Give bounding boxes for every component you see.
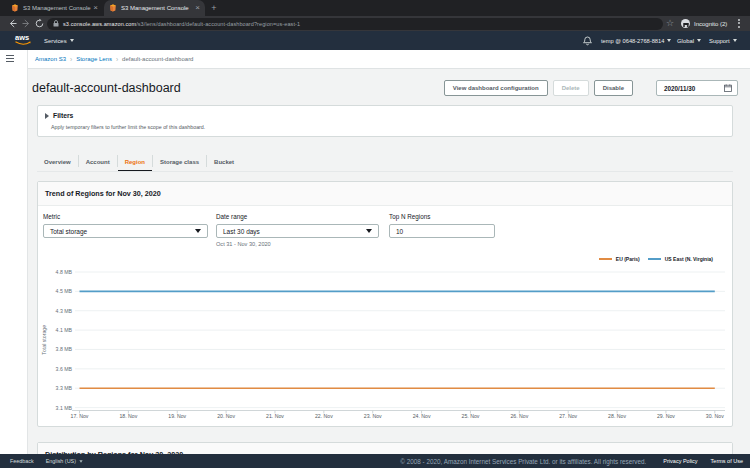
caret-down-icon [195, 229, 201, 233]
legend-item-eu-paris: EU (Paris) [599, 256, 640, 262]
browser-toolbar: s3.console.aws.amazon.com/s3/lens/dashbo… [0, 16, 750, 31]
services-menu[interactable]: Services [44, 31, 74, 50]
breadcrumb-current: default-account-dashboard [122, 56, 193, 62]
footer-right: © 2008 - 2020, Amazon Internet Services … [400, 458, 750, 465]
date-picker[interactable]: 2020/11/30 [656, 80, 738, 96]
tab-storage-class[interactable]: Storage class [153, 151, 206, 172]
browser-tab-strip: S3 Management Console × S3 Management Co… [0, 0, 750, 16]
left-rail [0, 50, 28, 454]
s3-favicon [11, 4, 19, 12]
svg-text:28. Nov: 28. Nov [608, 413, 626, 419]
tab-close-icon[interactable]: × [93, 4, 98, 12]
expand-arrow-icon [45, 113, 49, 119]
svg-text:Total storage: Total storage [41, 325, 47, 355]
svg-text:3.6 MB: 3.6 MB [56, 366, 73, 372]
tab-title: S3 Management Console [121, 5, 193, 11]
svg-text:18. Nov: 18. Nov [119, 413, 137, 419]
tab-region[interactable]: Region [118, 151, 152, 172]
calendar-icon [724, 84, 732, 92]
trend-card-header: Trend of Regions for Nov 30, 2020 [38, 182, 732, 206]
date-range-hint: Oct 31 - Nov 30, 2020 [216, 241, 379, 247]
svg-text:17. Nov: 17. Nov [71, 413, 89, 419]
caret-down-icon [697, 39, 701, 42]
header-actions: View dashboard configuration Delete Disa… [444, 80, 738, 96]
region-menu[interactable]: Global [677, 31, 701, 50]
caret-down-icon [733, 39, 737, 42]
filters-panel: Filters Apply temporary filters to furth… [37, 105, 733, 137]
browser-menu-icon[interactable] [738, 19, 741, 29]
lock-icon [53, 20, 59, 27]
delete-button[interactable]: Delete [553, 80, 589, 96]
svg-text:20. Nov: 20. Nov [217, 413, 235, 419]
svg-text:27. Nov: 27. Nov [559, 413, 577, 419]
top-n-field: Top N Regions 10 [389, 213, 495, 238]
svg-text:4.1 MB: 4.1 MB [56, 327, 73, 333]
incognito-badge: Incognito (2) [681, 18, 727, 29]
back-icon[interactable] [7, 18, 18, 29]
aws-top-nav: aws Services temp @ 0648-2768-8814 Globa… [0, 31, 750, 50]
forward-icon[interactable] [21, 18, 32, 29]
main-content: Amazon S3 › Storage Lens › default-accou… [0, 50, 750, 454]
filters-description: Apply temporary filters to further limit… [51, 124, 205, 130]
top-n-label: Top N Regions [389, 213, 495, 224]
svg-text:29. Nov: 29. Nov [657, 413, 675, 419]
date-value: 2020/11/30 [664, 85, 724, 92]
breadcrumb-separator: › [70, 56, 72, 63]
tab-account[interactable]: Account [79, 151, 117, 172]
svg-text:26. Nov: 26. Nov [510, 413, 528, 419]
notifications-bell-icon[interactable] [583, 36, 592, 46]
tab-title: S3 Management Console [23, 5, 91, 11]
hamburger-menu-icon[interactable] [6, 55, 14, 62]
breadcrumb-link-storage-lens[interactable]: Storage Lens [76, 56, 112, 62]
language-selector[interactable]: English (US) [46, 458, 83, 464]
tab-close-icon[interactable]: × [195, 4, 200, 12]
svg-text:4.8 MB: 4.8 MB [56, 269, 73, 275]
url-text: s3.console.aws.amazon.com/s3/lens/dashbo… [63, 21, 300, 27]
incognito-icon [681, 19, 690, 28]
tab-overview[interactable]: Overview [37, 151, 78, 172]
breadcrumb-link-amazon-s3[interactable]: Amazon S3 [35, 56, 66, 62]
trend-card-title: Trend of Regions for Nov 30, 2020 [45, 189, 161, 198]
disable-button[interactable]: Disable [594, 80, 633, 96]
bookmark-star-icon[interactable]: ☆ [666, 18, 674, 29]
svg-text:4.5 MB: 4.5 MB [56, 288, 73, 294]
date-range-select[interactable]: Last 30 days [216, 224, 379, 238]
browser-tab-inactive[interactable]: S3 Management Console × [6, 0, 103, 16]
trend-card: Trend of Regions for Nov 30, 2020 Metric… [37, 181, 733, 427]
filters-expander[interactable]: Filters [45, 112, 73, 119]
svg-text:21. Nov: 21. Nov [266, 413, 284, 419]
feedback-link[interactable]: Feedback [10, 458, 34, 464]
view-dashboard-configuration-button[interactable]: View dashboard configuration [444, 80, 548, 96]
privacy-policy-link[interactable]: Privacy Policy [663, 458, 697, 464]
svg-text:30. Nov: 30. Nov [706, 413, 724, 419]
metric-label: Metric [43, 213, 208, 224]
date-range-label: Date range [216, 213, 379, 224]
new-tab-icon[interactable]: + [210, 4, 218, 12]
caret-down-icon [79, 460, 82, 462]
caret-down-icon [667, 39, 671, 42]
svg-text:3.8 MB: 3.8 MB [56, 346, 73, 352]
support-menu[interactable]: Support [709, 31, 737, 50]
copyright-text: © 2008 - 2020, Amazon Internet Services … [400, 458, 646, 465]
url-bar[interactable]: s3.console.aws.amazon.com/s3/lens/dashbo… [47, 18, 663, 30]
top-n-input[interactable]: 10 [389, 224, 495, 238]
caret-down-icon [366, 229, 372, 233]
account-menu[interactable]: temp @ 0648-2768-8814 [601, 31, 671, 50]
console-footer: Feedback English (US) © 2008 - 2020, Ama… [0, 454, 750, 468]
terms-of-use-link[interactable]: Terms of Use [711, 458, 743, 464]
trend-chart-svg: 4.8 MB4.5 MB4.3 MB4.1 MB3.8 MB3.6 MB3.3 … [38, 266, 732, 424]
distribution-card: Distribution by Regions for Nov 30, 2020 [37, 442, 733, 454]
metric-select[interactable]: Total storage [43, 224, 208, 238]
tabs-divider [37, 171, 733, 172]
aws-logo[interactable]: aws [15, 34, 31, 47]
tab-bucket[interactable]: Bucket [207, 151, 241, 172]
reload-icon[interactable] [34, 18, 45, 29]
caret-down-icon [70, 39, 74, 42]
breadcrumb-separator: › [116, 56, 118, 63]
url-path: /s3/lens/dashboard/default-account-dashb… [136, 21, 300, 27]
svg-text:19. Nov: 19. Nov [168, 413, 186, 419]
breadcrumb: Amazon S3 › Storage Lens › default-accou… [28, 50, 750, 69]
svg-text:24. Nov: 24. Nov [413, 413, 431, 419]
svg-text:23. Nov: 23. Nov [364, 413, 382, 419]
browser-tab-active[interactable]: S3 Management Console × [104, 0, 205, 16]
